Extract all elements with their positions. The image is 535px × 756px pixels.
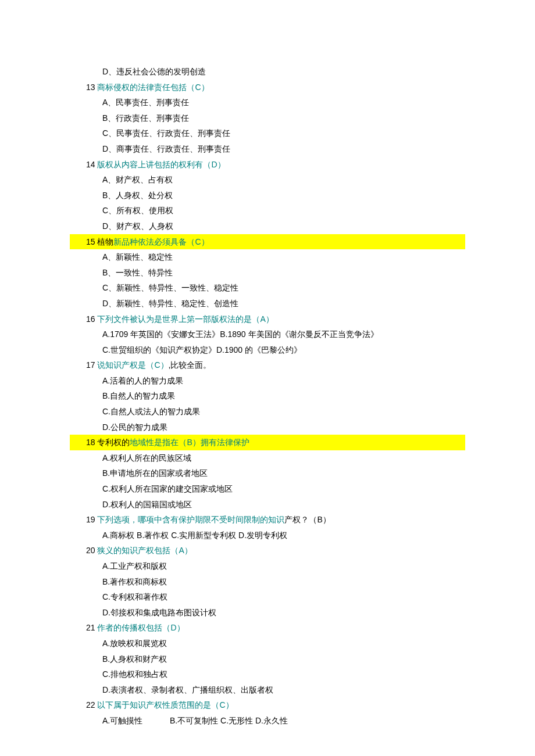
text-segment: 20 xyxy=(86,546,97,555)
text-segment: 15 植物 xyxy=(86,237,113,246)
text-segment: D.公民的智力成果 xyxy=(102,422,167,432)
text-line: A.活着的人的智力成果 xyxy=(70,373,465,389)
text-line: A、民事责任、刑事责任 xyxy=(70,95,465,110)
text-segment: B.自然人的智力成果 xyxy=(102,391,175,400)
text-line: 14 版权从内容上讲包括的权利有（D） xyxy=(70,157,465,173)
text-line: 13 商标侵权的法律责任包括（C） xyxy=(70,80,465,95)
text-segment: B、一致性、特异性 xyxy=(102,268,173,277)
text-segment: C.自然人或法人的智力成果 xyxy=(102,407,200,416)
text-segment: 下列选项，哪项中含有保护期限不受时间限制的知识 xyxy=(97,515,284,524)
text-segment: 新品种依法必须具备（C） xyxy=(113,237,209,246)
text-line: C、所有权、使用权 xyxy=(70,203,465,218)
text-line: 19 下列选项，哪项中含有保护期限不受时间限制的知识产权？（B） xyxy=(70,512,465,528)
text-segment: A、民事责任、刑事责任 xyxy=(102,98,189,107)
document-page: D、违反社会公德的发明创造13 商标侵权的法律责任包括（C）A、民事责任、刑事责… xyxy=(0,0,535,756)
text-line: A.放映权和展览权 xyxy=(70,636,465,651)
text-line: 18 专利权的地域性是指在（B）拥有法律保护 xyxy=(70,435,465,450)
text-segment: D、新颖性、特异性、稳定性、创造性 xyxy=(102,299,238,308)
text-segment: 21 xyxy=(86,623,97,632)
text-segment: A.可触摸性 B.不可复制性 C.无形性 D.永久性 xyxy=(102,716,288,725)
text-segment: A、新颖性、稳定性 xyxy=(102,252,173,261)
text-segment: 22 xyxy=(86,700,97,710)
text-segment: A.1709 年英国的《安娜女王法》B.1890 年美国的《谢尔曼反不正当竞争法… xyxy=(102,329,379,339)
text-segment: C.世贸组织的《知识产权协定》D.1900 的《巴黎公约》 xyxy=(102,345,302,354)
text-segment: 13 xyxy=(86,83,97,92)
text-line: D、违反社会公德的发明创造 xyxy=(70,64,465,80)
text-line: 15 植物新品种依法必须具备（C） xyxy=(70,234,465,250)
text-line: D.权利人的国籍国或地区 xyxy=(70,497,465,513)
text-line: D、商事责任、行政责任、刑事责任 xyxy=(70,141,465,157)
text-line: B.人身权和财产权 xyxy=(70,651,465,667)
text-line: C.权利人所在国家的建交国家或地区 xyxy=(70,481,465,497)
text-segment: C、新颖性、特异性、一致性、稳定性 xyxy=(102,283,238,292)
text-segment: C.排他权和独占权 xyxy=(102,669,167,679)
text-segment: A.工业产权和版权 xyxy=(102,561,167,571)
text-segment: 狭义的知识产权包括（A） xyxy=(97,546,192,555)
text-line: C、新颖性、特异性、一致性、稳定性 xyxy=(70,280,465,296)
text-line: B、一致性、特异性 xyxy=(70,265,465,281)
text-segment: D、财产权、人身权 xyxy=(102,221,173,231)
text-line: 17 说知识产权是（C）,比较全面。 xyxy=(70,357,465,373)
text-line: 22 以下属于知识产权性质范围的是（C） xyxy=(70,697,465,713)
text-segment: 14 xyxy=(86,160,97,169)
text-segment: D、商事责任、行政责任、刑事责任 xyxy=(102,144,230,153)
text-line: 16 下列文件被认为是世界上第一部版权法的是（A） xyxy=(70,311,465,327)
text-segment: B.人身权和财产权 xyxy=(102,654,167,664)
text-segment: A、财产权、占有权 xyxy=(102,175,173,184)
text-segment: B.著作权和商标权 xyxy=(102,577,167,586)
text-line: C.世贸组织的《知识产权协定》D.1900 的《巴黎公约》 xyxy=(70,342,465,358)
text-segment: 16 xyxy=(86,314,97,324)
text-line: C.专利权和著作权 xyxy=(70,589,465,605)
text-segment: 作者的传播权包括（D） xyxy=(97,623,184,632)
text-segment: C、所有权、使用权 xyxy=(102,206,173,215)
text-segment: C.专利权和著作权 xyxy=(102,592,167,601)
text-segment: C.权利人所在国家的建交国家或地区 xyxy=(102,484,233,493)
text-segment: 17 xyxy=(86,360,97,370)
text-line: 21 作者的传播权包括（D） xyxy=(70,620,465,636)
text-segment: D.邻接权和集成电路布图设计权 xyxy=(102,608,216,617)
text-line: D.公民的智力成果 xyxy=(70,420,465,435)
text-segment: 地域性是指在（B）拥有法律保护 xyxy=(130,438,249,447)
text-line: A、新颖性、稳定性 xyxy=(70,249,465,265)
text-line: A.权利人所在的民族区域 xyxy=(70,450,465,466)
text-line: A.可触摸性 B.不可复制性 C.无形性 D.永久性 xyxy=(70,713,465,729)
text-line: A.1709 年英国的《安娜女王法》B.1890 年美国的《谢尔曼反不正当竞争法… xyxy=(70,327,465,342)
text-segment: 19 xyxy=(86,515,97,524)
text-segment: ,比较全面。 xyxy=(169,360,212,370)
text-segment: B.申请地所在的国家或者地区 xyxy=(102,468,208,478)
text-line: B.自然人的智力成果 xyxy=(70,388,465,404)
text-line: A.工业产权和版权 xyxy=(70,558,465,574)
text-line: C、民事责任、行政责任、刑事责任 xyxy=(70,126,465,141)
text-segment: A.权利人所在的民族区域 xyxy=(102,453,191,463)
text-line: D.邻接权和集成电路布图设计权 xyxy=(70,605,465,621)
text-line: B.著作权和商标权 xyxy=(70,574,465,590)
text-line: B.申请地所在的国家或者地区 xyxy=(70,465,465,481)
text-line: A.商标权 B.著作权 C.实用新型专利权 D.发明专利权 xyxy=(70,528,465,543)
text-segment: B、行政责任、刑事责任 xyxy=(102,113,189,123)
text-segment: 说知识产权是（C） xyxy=(97,360,168,370)
text-segment: A.商标权 B.著作权 C.实用新型专利权 D.发明专利权 xyxy=(102,531,287,540)
text-line: 20 狭义的知识产权包括（A） xyxy=(70,543,465,558)
text-segment: 下列文件被认为是世界上第一部版权法的是（A） xyxy=(97,314,273,324)
text-line: D、新颖性、特异性、稳定性、创造性 xyxy=(70,296,465,311)
text-line: D.表演者权、录制者权、广播组织权、出版者权 xyxy=(70,682,465,698)
text-line: B、人身权、处分权 xyxy=(70,188,465,203)
text-segment: 以下属于知识产权性质范围的是（C） xyxy=(97,700,233,710)
text-segment: B、人身权、处分权 xyxy=(102,191,173,200)
text-segment: 商标侵权的法律责任包括（C） xyxy=(97,83,209,92)
text-segment: D、违反社会公德的发明创造 xyxy=(102,67,206,76)
text-segment: 产权？（B） xyxy=(284,515,330,524)
text-line: A、财产权、占有权 xyxy=(70,172,465,188)
text-segment: D.权利人的国籍国或地区 xyxy=(102,500,192,509)
text-segment: A.活着的人的智力成果 xyxy=(102,376,183,385)
text-segment: D.表演者权、录制者权、广播组织权、出版者权 xyxy=(102,685,273,694)
text-segment: A.放映权和展览权 xyxy=(102,639,167,648)
text-line: B、行政责任、刑事责任 xyxy=(70,110,465,126)
text-segment: 版权从内容上讲包括的权利有（D） xyxy=(97,160,225,169)
text-line: C.自然人或法人的智力成果 xyxy=(70,404,465,420)
text-line: C.排他权和独占权 xyxy=(70,667,465,682)
text-line: D、财产权、人身权 xyxy=(70,218,465,234)
text-segment: C、民事责任、行政责任、刑事责任 xyxy=(102,128,230,138)
text-segment: 18 专利权的 xyxy=(86,438,130,447)
